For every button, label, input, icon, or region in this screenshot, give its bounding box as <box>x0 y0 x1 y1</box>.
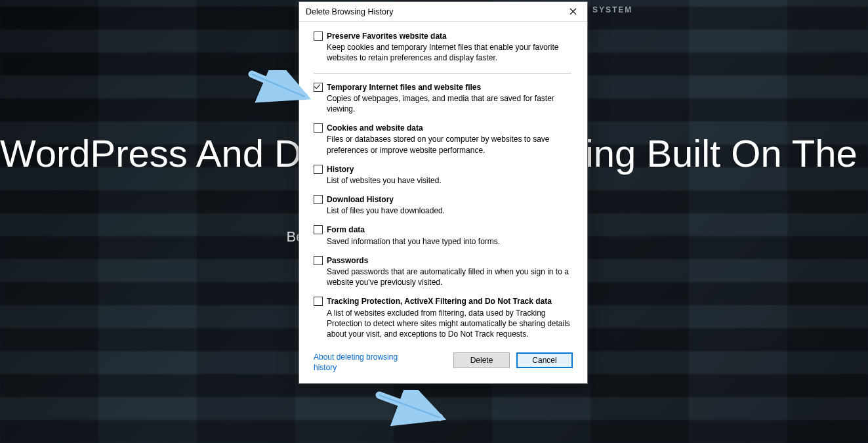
option-temp-internet-files[interactable]: Temporary Internet files and website fil… <box>314 82 571 115</box>
option-desc: Saved passwords that are automatically f… <box>327 266 571 287</box>
option-form-data[interactable]: Form data Saved information that you hav… <box>314 224 571 246</box>
dialog-title: Delete Browsing History <box>306 7 393 16</box>
option-title: Tracking Protection, ActiveX Filtering a… <box>327 296 571 306</box>
option-preserve-favorites[interactable]: Preserve Favorites website data Keep coo… <box>314 31 571 74</box>
option-desc: Copies of webpages, images, and media th… <box>327 93 571 114</box>
option-title: Form data <box>327 224 571 235</box>
option-desc: List of websites you have visited. <box>327 175 571 186</box>
about-deleting-history-link[interactable]: About deleting browsing history <box>314 352 412 373</box>
option-title: History <box>327 164 571 175</box>
option-passwords[interactable]: Passwords Saved passwords that are autom… <box>314 255 571 288</box>
checkbox[interactable] <box>314 256 323 265</box>
delete-history-dialog: Delete Browsing History Preserve Favorit… <box>299 1 588 384</box>
option-desc: A list of websites excluded from filteri… <box>327 308 571 340</box>
close-button[interactable] <box>558 2 587 22</box>
option-history[interactable]: History List of websites you have visite… <box>314 164 571 186</box>
checkbox[interactable] <box>314 165 323 174</box>
option-desc: Keep cookies and temporary Internet file… <box>327 42 571 63</box>
option-title: Temporary Internet files and website fil… <box>327 82 571 93</box>
option-title: Preserve Favorites website data <box>327 31 571 41</box>
dialog-buttons: Delete Cancel <box>453 352 573 368</box>
checkbox[interactable] <box>314 297 323 306</box>
option-desc: Files or databases stored on your comput… <box>327 134 571 155</box>
checkbox[interactable] <box>314 32 323 41</box>
dialog-titlebar: Delete Browsing History <box>299 2 587 22</box>
checkbox[interactable] <box>314 195 323 204</box>
option-title: Download History <box>327 194 571 205</box>
option-desc: List of files you have downloaded. <box>327 205 571 216</box>
checkbox[interactable] <box>314 225 323 234</box>
delete-button[interactable]: Delete <box>453 352 510 368</box>
checkbox[interactable] <box>314 123 323 133</box>
option-tracking-protection[interactable]: Tracking Protection, ActiveX Filtering a… <box>314 296 571 339</box>
dialog-body: Preserve Favorites website data Keep coo… <box>299 22 587 348</box>
option-title: Cookies and website data <box>327 123 571 133</box>
cancel-button[interactable]: Cancel <box>516 352 573 368</box>
checkbox[interactable] <box>314 83 323 92</box>
option-cookies[interactable]: Cookies and website data Files or databa… <box>314 123 571 156</box>
close-icon <box>569 8 577 15</box>
bg-label-fragment: SYSTEM <box>592 5 632 14</box>
dialog-footer: About deleting browsing history Delete C… <box>299 348 587 383</box>
option-title: Passwords <box>327 255 571 266</box>
option-download-history[interactable]: Download History List of files you have … <box>314 194 571 216</box>
option-desc: Saved information that you have typed in… <box>327 236 571 247</box>
